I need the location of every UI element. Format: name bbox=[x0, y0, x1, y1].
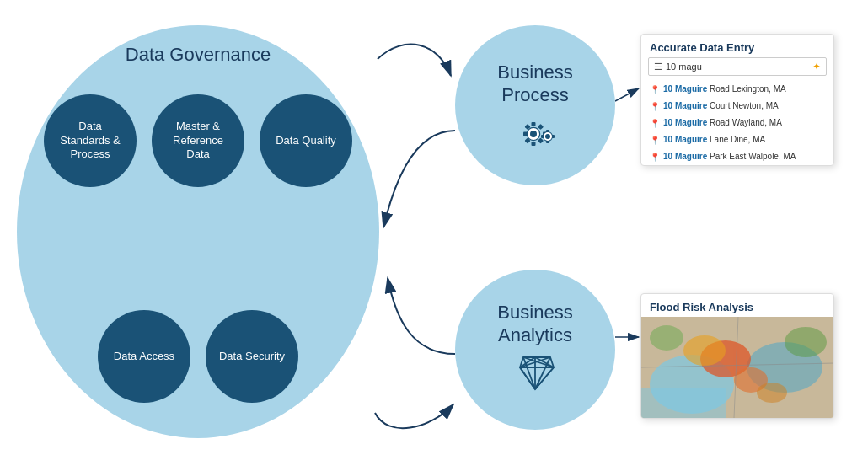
governance-circle: Data Governance Data Standards & Process… bbox=[17, 25, 379, 438]
search-bar: ☰ 10 magu ✦ bbox=[648, 57, 827, 76]
svg-point-40 bbox=[683, 335, 726, 366]
flood-card-title: Flood Risk Analysis bbox=[641, 294, 833, 317]
flood-risk-card: Flood Risk Analysis bbox=[640, 293, 834, 419]
search-text: 10 magu bbox=[666, 62, 812, 72]
inner-circles-bottom-row: Data Access Data Security bbox=[98, 310, 298, 403]
business-analytics-circle: Business Analytics bbox=[455, 270, 615, 430]
svg-point-44 bbox=[785, 327, 827, 357]
svg-rect-5 bbox=[532, 122, 536, 126]
gear-icon bbox=[510, 111, 560, 149]
data-security-circle: Data Security bbox=[206, 310, 298, 403]
pin-icon-2: 📍 bbox=[650, 118, 660, 129]
pin-icon-1: 📍 bbox=[650, 101, 660, 112]
svg-point-45 bbox=[650, 325, 683, 351]
data-access-circle: Data Access bbox=[98, 310, 190, 403]
data-quality-circle: Data Quality bbox=[260, 94, 352, 187]
inner-circles-top-row: Data Standards & Process Master & Refere… bbox=[44, 94, 352, 295]
svg-point-21 bbox=[545, 134, 550, 139]
result-item-2: 📍 10 Maguire Road Wayland, MA bbox=[641, 115, 833, 131]
pin-icon-4: 📍 bbox=[650, 152, 660, 163]
result-item-0: 📍 10 Maguire Road Lexington, MA bbox=[641, 81, 833, 98]
svg-rect-37 bbox=[641, 388, 726, 418]
svg-point-41 bbox=[757, 383, 787, 403]
diagram-container: Data Governance Data Standards & Process… bbox=[0, 0, 868, 471]
svg-point-14 bbox=[530, 131, 537, 137]
business-process-circle: Business Process bbox=[455, 25, 615, 185]
svg-rect-6 bbox=[532, 142, 536, 146]
gem-icon bbox=[512, 351, 559, 398]
business-analytics-title: Business Analytics bbox=[497, 302, 572, 346]
data-entry-card-title: Accurate Data Entry bbox=[641, 35, 833, 57]
governance-title: Data Governance bbox=[126, 44, 271, 66]
svg-rect-7 bbox=[523, 131, 528, 136]
flood-map-svg bbox=[641, 317, 833, 418]
flood-map bbox=[641, 317, 833, 418]
menu-icon: ☰ bbox=[654, 62, 662, 72]
data-entry-card: Accurate Data Entry ☰ 10 magu ✦ 📍 10 Mag… bbox=[640, 34, 834, 166]
pin-icon-3: 📍 bbox=[650, 135, 660, 146]
master-reference-circle: Master & Reference Data bbox=[152, 94, 244, 187]
result-item-1: 📍 10 Maguire Court Newton, MA bbox=[641, 98, 833, 115]
pin-icon-0: 📍 bbox=[650, 84, 660, 95]
result-item-4: 📍 10 Maguire Park East Walpole, MA bbox=[641, 148, 833, 165]
result-item-3: 📍 10 Maguire Lane Dine, MA bbox=[641, 131, 833, 148]
svg-rect-11 bbox=[538, 124, 544, 130]
star-icon: ✦ bbox=[812, 61, 821, 72]
business-process-title: Business Process bbox=[497, 62, 572, 106]
data-standards-circle: Data Standards & Process bbox=[44, 94, 137, 187]
